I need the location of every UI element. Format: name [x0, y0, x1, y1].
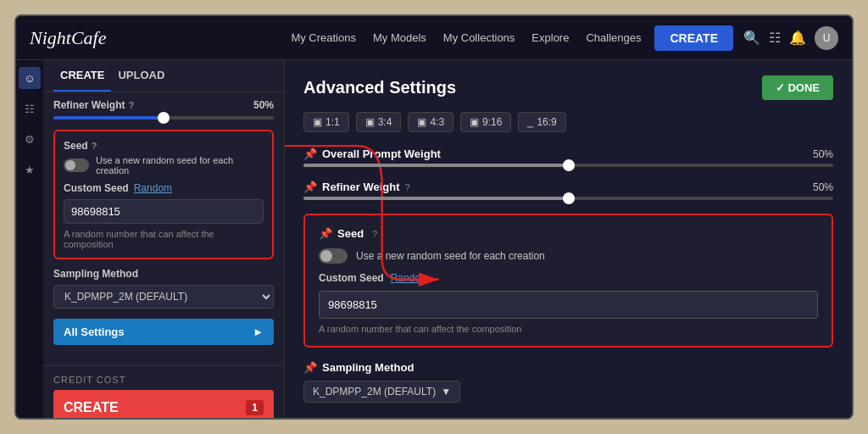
sampling-select-sidebar[interactable]: K_DPMPP_2M (DEFAULT) — [53, 285, 274, 309]
nav-my-creations[interactable]: My Creations — [291, 31, 356, 44]
refiner-percent-sidebar: 50% — [253, 99, 274, 111]
custom-seed-label-main: Custom Seed — [319, 272, 384, 284]
main-content: Advanced Settings ✓ DONE ▣ 1:1 ▣ 3:4 ▣ 4… — [285, 60, 852, 418]
seed-toggle-row-sidebar: Use a new random seed for each creation — [64, 155, 264, 175]
seed-input-sidebar[interactable] — [64, 199, 264, 224]
create-badge: 1 — [246, 400, 264, 415]
seed-toggle-sidebar[interactable] — [64, 159, 89, 172]
seed-help-icon-main[interactable]: ? — [372, 229, 377, 239]
seed-hint-main: A random number that can affect the comp… — [319, 324, 818, 334]
grid-icon[interactable]: ☷ — [769, 30, 781, 46]
header-create-button[interactable]: CREATE — [654, 25, 733, 51]
page-title: Advanced Settings — [303, 78, 456, 97]
sampling-section-main: 📌 Sampling Method K_DPMPP_2M (DEFAULT) ▼ — [303, 361, 833, 403]
refiner-weight-main-label: Refiner Weight — [322, 181, 400, 193]
nav-icons: 🔍 ☷ 🔔 U — [743, 26, 838, 50]
refiner-weight-section: 📌 Refiner Weight ? 50% — [303, 181, 833, 200]
aspect-9-16[interactable]: ▣ 9:16 — [460, 112, 511, 132]
top-nav: NightCafe My Creations My Models My Coll… — [16, 16, 852, 60]
pin-icon-overall: 📌 — [303, 147, 317, 160]
done-button[interactable]: ✓ DONE — [762, 75, 833, 100]
seed-title-main: Seed — [337, 227, 364, 240]
seed-toggle-row-main: Use a new random seed for each creation — [319, 248, 818, 264]
overall-prompt-label-row: 📌 Overall Prompt Weight 50% — [303, 147, 833, 160]
avatar[interactable]: U — [815, 26, 838, 50]
tab-upload[interactable]: UPLOAD — [111, 60, 171, 92]
nav-links: My Creations My Models My Collections Ex… — [291, 31, 641, 44]
tab-create[interactable]: CREATE — [53, 60, 111, 92]
sampling-label-main: Sampling Method — [322, 361, 414, 374]
bell-icon[interactable]: 🔔 — [789, 30, 806, 46]
sampling-label-sidebar: Sampling Method — [53, 268, 274, 280]
nav-my-models[interactable]: My Models — [373, 31, 426, 44]
refiner-slider-sidebar[interactable] — [53, 116, 274, 120]
nav-explore[interactable]: Explore — [531, 31, 569, 44]
custom-seed-row-main: Custom Seed Random — [319, 272, 818, 284]
search-icon[interactable]: 🔍 — [743, 30, 760, 46]
seed-header-main: 📌 Seed ? — [319, 227, 818, 240]
sidebar: CREATE UPLOAD Refiner Weight ? 50% — [43, 60, 285, 418]
sidebar-icon-star[interactable]: ★ — [19, 159, 41, 181]
seed-toggle-main[interactable] — [319, 248, 348, 264]
content-area: ☺ ☷ ⚙ ★ CREATE UPLOAD Refiner Weight ? 5… — [16, 60, 852, 418]
nav-challenges[interactable]: Challenges — [586, 31, 641, 44]
refiner-weight-label-row: 📌 Refiner Weight ? 50% — [303, 181, 833, 193]
random-link-sidebar[interactable]: Random — [134, 182, 172, 194]
aspect-3-4[interactable]: ▣ 3:4 — [356, 112, 402, 132]
overall-prompt-section: 📌 Overall Prompt Weight 50% — [303, 147, 833, 167]
all-settings-button[interactable]: All Settings ► — [53, 319, 274, 345]
random-link-main[interactable]: Random — [391, 272, 429, 284]
sampling-header-main: 📌 Sampling Method — [303, 361, 833, 374]
overall-prompt-slider[interactable] — [303, 164, 833, 167]
aspect-ratio-row: ▣ 1:1 ▣ 3:4 ▣ 4:3 ▣ 9:16 ⎯ 16:9 — [303, 112, 833, 132]
seed-toggle-text-sidebar: Use a new random seed for each creation — [96, 155, 264, 175]
seed-toggle-text-main: Use a new random seed for each creation — [356, 250, 545, 262]
seed-input-main[interactable] — [319, 291, 818, 319]
pin-icon-seed: 📌 — [319, 227, 332, 240]
refiner-weight-label-sidebar: Refiner Weight ? 50% — [53, 99, 274, 111]
refiner-help-icon[interactable]: ? — [128, 100, 134, 110]
seed-help-icon-sidebar[interactable]: ? — [92, 141, 97, 151]
overall-prompt-percent: 50% — [813, 148, 833, 160]
create-button[interactable]: CREATE 1 — [53, 390, 274, 418]
refiner-percent-main: 50% — [813, 181, 833, 193]
sidebar-content: Refiner Weight ? 50% Seed — [43, 99, 284, 365]
refiner-help-icon-main[interactable]: ? — [405, 182, 410, 192]
seed-label-sidebar: Seed ? — [64, 140, 264, 152]
sidebar-icon-face[interactable]: ☺ — [19, 67, 41, 89]
aspect-16-9[interactable]: ⎯ 16:9 — [518, 112, 565, 132]
app-logo: NightCafe — [30, 27, 106, 49]
overall-prompt-label: Overall Prompt Weight — [322, 147, 441, 160]
pin-icon-sampling: 📌 — [303, 361, 317, 374]
aspect-1-1[interactable]: ▣ 1:1 — [303, 112, 349, 132]
seed-hint-sidebar: A random number that can affect the comp… — [64, 229, 264, 249]
sidebar-icon-settings[interactable]: ⚙ — [19, 128, 41, 150]
pin-icon-refiner: 📌 — [303, 181, 317, 193]
sidebar-wrapper: ☺ ☷ ⚙ ★ CREATE UPLOAD Refiner Weight ? 5… — [16, 60, 285, 418]
seed-box-sidebar: Seed ? Use a new random seed for each cr… — [53, 130, 274, 259]
icon-sidebar: ☺ ☷ ⚙ ★ — [16, 60, 43, 418]
seed-box-main: 📌 Seed ? Use a new random seed for each … — [303, 214, 833, 348]
refiner-slider-main[interactable] — [303, 197, 833, 200]
main-header: Advanced Settings ✓ DONE — [303, 75, 833, 100]
credit-cost-label: CREDIT COST — [53, 375, 274, 385]
custom-seed-row-sidebar: Custom Seed Random — [64, 182, 264, 194]
main-window: NightCafe My Creations My Models My Coll… — [14, 14, 854, 420]
custom-seed-label-sidebar: Custom Seed — [64, 182, 129, 194]
sampling-select-main[interactable]: K_DPMPP_2M (DEFAULT) ▼ — [303, 381, 460, 403]
sidebar-tabs: CREATE UPLOAD — [43, 60, 284, 92]
nav-my-collections[interactable]: My Collections — [443, 31, 515, 44]
aspect-4-3[interactable]: ▣ 4:3 — [408, 112, 453, 132]
sidebar-footer: CREDIT COST CREATE 1 — [43, 365, 284, 418]
sidebar-icon-grid[interactable]: ☷ — [19, 97, 41, 120]
